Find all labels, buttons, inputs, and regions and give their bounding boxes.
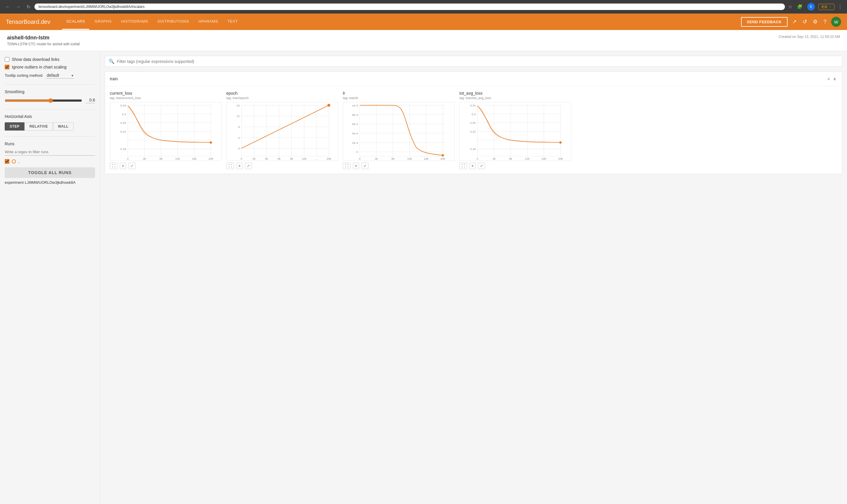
share-icon[interactable]: ↗ [791, 17, 798, 26]
ignore-outliers-checkbox[interactable] [5, 65, 10, 69]
update-button[interactable]: 更新 ！ [818, 4, 834, 10]
svg-text:20k: 20k [326, 157, 331, 160]
nav-tab-scalars[interactable]: SCALARS [62, 14, 89, 30]
expand-tot-btn[interactable]: ⛶ [460, 163, 467, 169]
show-download-label[interactable]: Show data download links [12, 57, 59, 62]
chart-title-lr: lr [343, 91, 455, 95]
filter-input[interactable] [117, 59, 839, 64]
chart-svg-current-loss: 0.34 0.3 0.26 0.22 0.18 0 4k 8k 12k 16k … [110, 102, 221, 161]
chart-tag-epoch: tag: train/epoch [226, 96, 338, 100]
nav-tabs: SCALARS GRAPHS HISTOGRAMS DISTRIBUTIONS … [62, 14, 741, 30]
fullscreen-epoch-btn[interactable]: ⤢ [245, 163, 252, 169]
smoothing-value: 0.6 [86, 97, 95, 103]
ignore-outliers-label[interactable]: Ignore outliers in chart scaling [12, 65, 67, 69]
filter-bar[interactable]: 🔍 [105, 56, 842, 67]
svg-text:4k: 4k [492, 157, 496, 160]
horizontal-axis-section: Horizontal Axis STEP RELATIVE WALL [5, 114, 95, 130]
experiment-header: aishell-tdnn-lstm TDNN-LSTM CTC model fo… [0, 30, 847, 51]
browser-actions: ☆ 🧩 K 更新 ！ ⋮ [787, 2, 844, 11]
chart-actions-epoch: ⛶ ≡ ⤢ [226, 163, 338, 169]
chart-area-tot-avg-loss: 0.34 0.3 0.26 0.22 0.18 0 4k 8k 12k 16k … [460, 102, 571, 161]
fullscreen-tot-btn[interactable]: ⤢ [478, 163, 485, 169]
chart-menu-btn[interactable]: ≡ [120, 163, 126, 169]
svg-point-24 [210, 141, 212, 144]
menu-button[interactable]: ⋮ [837, 3, 844, 10]
axis-btn-wall[interactable]: WALL [53, 122, 73, 130]
runs-filter-input[interactable] [5, 148, 95, 156]
fullscreen-lr-btn[interactable]: ⤢ [361, 163, 368, 169]
profile-button[interactable]: K [806, 2, 816, 11]
tooltip-select[interactable]: default ascending descending nearest [46, 72, 74, 78]
divider-3 [5, 137, 95, 137]
run-row: . [5, 159, 95, 164]
svg-text:4k: 4k [375, 157, 378, 160]
axis-btn-step[interactable]: STEP [5, 122, 24, 130]
expand-epoch-btn[interactable]: ⛶ [226, 163, 234, 169]
browser-chrome: ← → ↻ tensorboard.dev/experiment/LJI9MWU… [0, 0, 847, 14]
run-checkbox[interactable] [5, 159, 10, 164]
runs-label: Runs [5, 141, 95, 146]
svg-text:4k: 4k [143, 157, 146, 160]
chart-area-current-loss: 0.34 0.3 0.26 0.22 0.18 0 4k 8k 12k 16k … [110, 102, 222, 161]
menu-epoch-btn[interactable]: ≡ [236, 163, 242, 169]
star-button[interactable]: ☆ [787, 3, 793, 10]
smoothing-section: Smoothing 0.6 [5, 89, 95, 103]
svg-text:0: 0 [359, 157, 361, 160]
send-feedback-button[interactable]: SEND FEEDBACK [741, 17, 788, 27]
svg-text:4e-4: 4e-4 [352, 132, 358, 135]
chart-card-lr: lr tag: train/lr [343, 91, 455, 169]
axis-btn-relative[interactable]: RELATIVE [24, 122, 53, 130]
menu-tot-btn[interactable]: ≡ [469, 163, 476, 169]
experiment-subtitle: TDNN-LSTM CTC model for aishell with ice… [7, 42, 80, 46]
address-bar[interactable]: tensorboard.dev/experiment/LJI9MWUORLOw3… [34, 3, 785, 10]
refresh-button[interactable]: ↻ [25, 3, 32, 10]
runs-section: Runs . TOGGLE ALL RUNS experiment LJI9MW… [5, 141, 95, 185]
show-download-checkbox[interactable] [5, 57, 10, 62]
svg-text:0: 0 [238, 147, 240, 150]
app-logo: TensorBoard.dev [6, 19, 50, 25]
section-meta: 4 ∧ [828, 75, 837, 82]
fullscreen-chart-btn[interactable]: ⤢ [128, 163, 135, 169]
svg-text:0.18: 0.18 [120, 147, 126, 150]
chart-card-epoch: epoch tag: train/epoch [226, 91, 338, 169]
help-icon[interactable]: ? [822, 18, 828, 26]
forward-button[interactable]: → [14, 3, 22, 10]
svg-point-104 [559, 141, 561, 144]
nav-tab-hparams[interactable]: HPARAMS [194, 14, 222, 30]
svg-text:0.34: 0.34 [120, 104, 126, 107]
tooltip-select-wrapper[interactable]: default ascending descending nearest [46, 72, 74, 78]
chart-tag-current-loss: tag: train/current_loss [110, 96, 222, 100]
svg-point-79 [442, 154, 444, 157]
toggle-all-runs-button[interactable]: TOGGLE ALL RUNS [5, 167, 95, 178]
svg-text:16k: 16k [424, 157, 429, 160]
settings-icon[interactable]: ⚙ [812, 17, 819, 26]
chart-card-tot-avg-loss: tot_avg_loss tag: train/tot_avg_loss [460, 91, 571, 169]
svg-text:2e-4: 2e-4 [352, 141, 358, 144]
section-title-train: train [110, 76, 118, 81]
ignore-outliers-row: Ignore outliers in chart scaling [5, 65, 95, 69]
nav-tab-text[interactable]: TEXT [223, 14, 242, 30]
svg-text:0: 0 [241, 157, 242, 160]
filter-search-icon: 🔍 [109, 58, 115, 64]
chart-tag-lr: tag: train/lr [343, 96, 455, 100]
show-download-row: Show data download links [5, 57, 95, 62]
menu-lr-btn[interactable]: ≡ [353, 163, 359, 169]
chart-area-lr: 1e-3 8e-4 6e-4 4e-4 2e-4 0 0 4k 8k 12k 1… [343, 102, 455, 161]
svg-text:12k: 12k [525, 157, 530, 160]
section-collapse-button[interactable]: ∧ [832, 75, 837, 82]
header-right: SEND FEEDBACK ↗ ↺ ⚙ ? W [741, 17, 841, 27]
smoothing-slider[interactable] [5, 98, 82, 103]
chart-actions-tot-avg-loss: ⛶ ≡ ⤢ [460, 163, 571, 169]
extensions-button[interactable]: 🧩 [796, 3, 804, 10]
refresh-icon[interactable]: ↺ [801, 17, 808, 26]
user-avatar[interactable]: W [831, 17, 841, 27]
nav-tab-histograms[interactable]: HISTOGRAMS [117, 14, 152, 30]
svg-text:0.3: 0.3 [472, 113, 476, 116]
back-button[interactable]: ← [3, 3, 12, 10]
expand-chart-btn[interactable]: ⛶ [110, 163, 117, 169]
nav-tab-graphs[interactable]: GRAPHS [90, 14, 116, 30]
svg-text:12: 12 [236, 114, 240, 118]
expand-lr-btn[interactable]: ⛶ [343, 163, 350, 169]
nav-tab-distributions[interactable]: DISTRIBUTIONS [153, 14, 193, 30]
svg-text:10k: 10k [302, 157, 306, 160]
